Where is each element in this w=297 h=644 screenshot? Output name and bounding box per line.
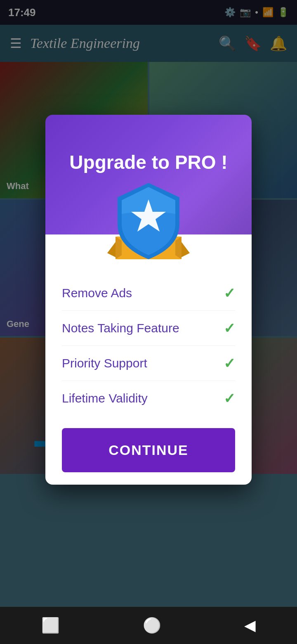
- feature-priority-support: Priority Support ✓: [62, 346, 235, 381]
- shield-container: [103, 177, 194, 268]
- check-priority: ✓: [224, 355, 235, 372]
- nav-bar: ⬜ ⚪ ◀: [0, 607, 297, 644]
- feature-remove-ads-label: Remove Ads: [62, 286, 132, 300]
- dialog-title: Upgrade to PRO !: [69, 151, 227, 173]
- feature-notes: Notes Taking Feature ✓: [62, 311, 235, 346]
- feature-lifetime-label: Lifetime Validity: [62, 391, 148, 405]
- check-lifetime: ✓: [224, 390, 235, 407]
- feature-notes-label: Notes Taking Feature: [62, 321, 179, 335]
- square-nav-button[interactable]: ⬜: [41, 617, 60, 634]
- dialog-header: Upgrade to PRO !: [45, 115, 252, 234]
- home-nav-button[interactable]: ⚪: [143, 617, 161, 634]
- pro-shield-icon: [103, 177, 194, 268]
- feature-remove-ads: Remove Ads ✓: [62, 276, 235, 311]
- feature-priority-label: Priority Support: [62, 356, 147, 370]
- check-notes: ✓: [224, 320, 235, 336]
- upgrade-dialog: Upgrade to PRO !: [45, 115, 252, 485]
- dialog-body: Remove Ads ✓ Notes Taking Feature ✓ Prio…: [45, 234, 252, 485]
- feature-lifetime: Lifetime Validity ✓: [62, 381, 235, 416]
- check-remove-ads: ✓: [224, 285, 235, 301]
- continue-button[interactable]: CONTINUE: [62, 428, 235, 472]
- back-nav-button[interactable]: ◀: [244, 617, 256, 634]
